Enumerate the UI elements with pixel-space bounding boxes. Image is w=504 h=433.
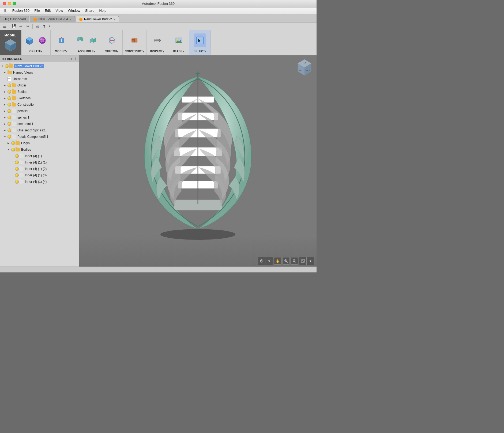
tree-item-pc5-origin[interactable]: ▶ Origin	[0, 140, 79, 146]
tab-flowerbud2[interactable]: 🟠 New Flower Bud v2 ✕	[76, 16, 119, 22]
pan-button[interactable]: ✋	[274, 257, 281, 265]
zoom-fit-icon	[284, 259, 288, 263]
zoom-icon	[292, 259, 296, 263]
tree-item-inner5[interactable]: ▶ Inner (4) (1) (4)	[0, 178, 79, 185]
tree-item-inner4[interactable]: ▶ Inner (4) (1) (3)	[0, 172, 79, 178]
tree-item-petals-comp5[interactable]: ▼ Petals Component5:1	[0, 134, 79, 140]
tree-item-named-views[interactable]: ▶ Named Views	[0, 69, 79, 76]
tree-item-inner1[interactable]: ▶ Inner (4) (1)	[0, 153, 79, 159]
tab-flowerbud64[interactable]: 🟠 New Flower Bud v64 ✕	[30, 16, 75, 22]
sketch-arrow[interactable]	[117, 50, 118, 54]
hamburger-button[interactable]: ☰	[2, 23, 7, 29]
tree-item-construction[interactable]: ▶ Construction	[0, 101, 79, 108]
tree-item-root[interactable]: ▼ New Flower Bud v2	[0, 63, 79, 69]
tree-item-origin[interactable]: ▶ Origin	[0, 82, 79, 89]
construct-button[interactable]	[129, 33, 140, 47]
menu-fusion360[interactable]: Fusion 360	[10, 8, 32, 13]
tree-arrow-pc5-bodies[interactable]: ▼	[7, 148, 11, 151]
tree-arrow-one-set-spines[interactable]: ▶	[4, 129, 7, 132]
menu-share[interactable]: Share	[83, 8, 97, 13]
menu-view[interactable]: View	[54, 8, 65, 13]
sketch-button[interactable]	[106, 33, 118, 47]
tree-arrow-bodies[interactable]: ▶	[4, 90, 7, 93]
zoom-fit-button[interactable]	[282, 257, 290, 265]
construct-arrow[interactable]	[143, 50, 144, 54]
orbit-dropdown-button[interactable]: ▾	[265, 257, 273, 265]
nav-cube: TOP LEFT FRONT	[295, 58, 314, 77]
create-box-button[interactable]	[24, 33, 35, 47]
tree-item-units[interactable]: ▶ Units: mm	[0, 76, 79, 82]
share-dropdown[interactable]: ▾	[48, 24, 50, 28]
measure-icon	[153, 36, 161, 45]
display-mode-button[interactable]	[299, 257, 307, 265]
create-arrow[interactable]	[41, 50, 42, 54]
viewport[interactable]: TOP LEFT FRONT ▾ ✋	[79, 55, 317, 267]
assemble-joint1-button[interactable]	[74, 33, 86, 47]
tree-folder-one-petal1	[12, 122, 16, 126]
tree-item-spines1[interactable]: ▶ spines:1	[0, 114, 79, 121]
minimize-button[interactable]	[8, 2, 11, 5]
tree-item-inner3[interactable]: ▶ Inner (4) (1) (2)	[0, 166, 79, 172]
tree-arrow-pc5-origin[interactable]: ▶	[7, 142, 11, 145]
modify-button[interactable]	[55, 33, 67, 47]
toolbar-separator-1	[9, 24, 9, 29]
orbit-button[interactable]	[258, 257, 265, 265]
tree-item-pc5-bodies[interactable]: ▼ Bodies	[0, 146, 79, 153]
tree-arrow-root[interactable]: ▼	[1, 65, 5, 67]
tab-flowerbud2-close[interactable]: ✕	[113, 18, 115, 21]
menu-help[interactable]: Help	[97, 8, 108, 13]
menu-edit[interactable]: Edit	[43, 8, 53, 13]
select-label: SELECT	[194, 50, 205, 53]
window-controls[interactable]	[3, 2, 16, 5]
display-mode-dropdown-button[interactable]: ▾	[307, 257, 314, 265]
create-label: CREATE	[29, 50, 41, 53]
tree-arrow-construction[interactable]: ▶	[4, 103, 7, 106]
tree-arrow-origin[interactable]: ▶	[4, 84, 7, 87]
tree-arrow-spines1[interactable]: ▶	[4, 116, 7, 119]
inspect-arrow[interactable]	[163, 50, 164, 54]
select-button[interactable]	[194, 33, 206, 47]
browser-minus-button[interactable]: ⊖	[69, 57, 72, 61]
browser-drag-handle[interactable]: ⋮	[74, 57, 77, 60]
menu-file[interactable]: File	[32, 8, 42, 13]
maximize-button[interactable]	[13, 2, 16, 5]
tree-folder-construction	[12, 103, 16, 107]
tree-item-one-set-spines[interactable]: ▶ One set of Spines:1	[0, 127, 79, 134]
print-button[interactable]: 🖨	[34, 23, 40, 29]
zoom-button[interactable]	[291, 257, 298, 265]
tree-item-inner2[interactable]: ▶ Inner (4) (1) (1)	[0, 159, 79, 166]
browser-collapse-icon[interactable]: ◀◀	[2, 57, 6, 60]
tree-item-one-petal1[interactable]: ▶ one petal:1	[0, 121, 79, 127]
tree-item-sketches[interactable]: ▶ Sketches	[0, 95, 79, 101]
tree-arrow-petals1[interactable]: ▶	[4, 110, 7, 112]
tree-bulb-one-petal1	[7, 122, 11, 126]
tree-arrow-sketches[interactable]: ▶	[4, 97, 7, 100]
model-cube-icon	[4, 38, 17, 51]
tab-flowerbud2-icon: 🟠	[79, 18, 83, 21]
tab-dashboard[interactable]: (16) Dashboard	[0, 16, 29, 22]
menu-window[interactable]: Window	[66, 8, 82, 13]
redo-button[interactable]: ↪	[25, 23, 31, 29]
image-button[interactable]	[173, 33, 185, 47]
tree-folder-origin	[12, 83, 16, 87]
save-button[interactable]: 💾	[11, 23, 17, 29]
svg-marker-15	[80, 37, 83, 41]
assemble-arrow[interactable]	[94, 50, 95, 54]
undo-button[interactable]: ↩	[18, 23, 24, 29]
create-sphere-button[interactable]	[36, 33, 48, 47]
select-arrow[interactable]	[205, 50, 206, 54]
tree-item-petals1[interactable]: ▶ petals:1	[0, 108, 79, 114]
tree-arrow-petals-comp5[interactable]: ▼	[4, 135, 7, 138]
tab-flowerbud64-close[interactable]: ✕	[69, 18, 72, 21]
close-button[interactable]	[3, 2, 6, 5]
apple-menu[interactable]: 	[2, 8, 8, 14]
inspect-measure-button[interactable]	[151, 33, 163, 47]
tree-item-bodies[interactable]: ▶ Bodies	[0, 89, 79, 95]
assemble-joint2-button[interactable]	[87, 33, 99, 47]
tree-arrow-one-petal1[interactable]: ▶	[4, 123, 7, 125]
tree-arrow-named-views[interactable]: ▶	[4, 71, 7, 74]
share-button[interactable]: ⬆	[41, 23, 47, 29]
modify-arrow[interactable]	[66, 50, 67, 54]
image-arrow[interactable]	[183, 50, 184, 54]
tree-bulb-origin	[7, 83, 11, 87]
